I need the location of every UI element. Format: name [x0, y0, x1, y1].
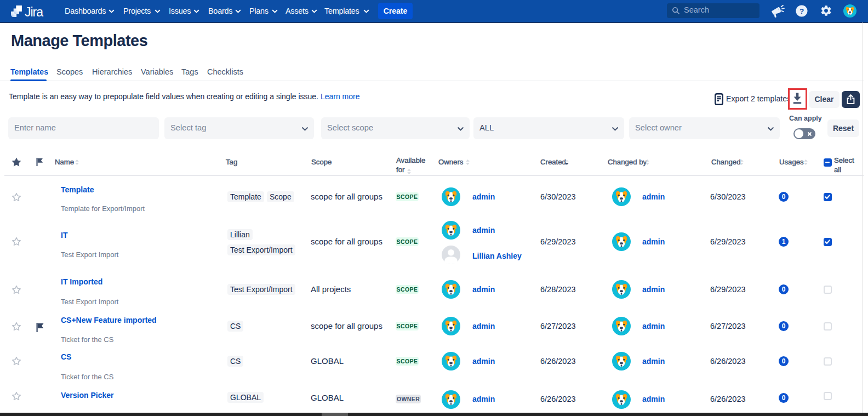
svg-text:?: ? [800, 7, 804, 15]
